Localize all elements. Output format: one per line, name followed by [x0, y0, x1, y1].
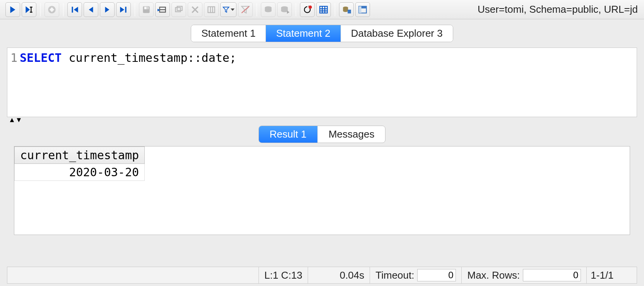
select-columns-button[interactable] — [204, 2, 219, 17]
refresh-warning-button[interactable] — [300, 2, 315, 17]
svg-rect-44 — [359, 6, 361, 13]
svg-rect-35 — [320, 6, 327, 13]
table-row[interactable]: 2020-03-20 — [15, 164, 145, 181]
svg-marker-8 — [74, 7, 78, 12]
svg-rect-41 — [348, 10, 351, 14]
delete-row-button[interactable] — [188, 2, 202, 17]
tab-database-explorer-3[interactable]: Database Explorer 3 — [341, 25, 453, 42]
run-at-cursor-button[interactable] — [22, 2, 36, 17]
prev-record-button[interactable] — [84, 2, 98, 17]
db-panel-button[interactable] — [355, 2, 370, 17]
svg-rect-12 — [125, 7, 126, 12]
svg-rect-14 — [144, 7, 149, 9]
svg-rect-7 — [72, 7, 73, 12]
main-toolbar: User=tomi, Schema=public, URL=jd — [0, 0, 644, 19]
svg-marker-26 — [223, 7, 229, 12]
db-tree-button[interactable] — [339, 2, 354, 17]
svg-point-34 — [308, 5, 312, 9]
svg-marker-10 — [105, 7, 110, 12]
next-record-button[interactable] — [100, 2, 115, 17]
filter-button[interactable] — [220, 2, 236, 17]
commit-button[interactable] — [261, 2, 276, 17]
split-handle[interactable]: ▲▼ — [9, 118, 644, 122]
statement-tabbar: Statement 1 Statement 2 Database Explore… — [0, 19, 644, 42]
column-header[interactable]: current_timestamp — [15, 147, 145, 164]
sql-editor[interactable]: 1 SELECT current_timestamp::date; — [7, 48, 637, 117]
svg-marker-11 — [120, 7, 124, 12]
svg-marker-1 — [26, 6, 30, 13]
table-cell[interactable]: 2020-03-20 — [15, 164, 145, 181]
tab-messages[interactable]: Messages — [318, 126, 385, 143]
editor-gutter: 1 — [7, 48, 18, 117]
stop-button[interactable] — [45, 2, 59, 17]
editor-content[interactable]: SELECT current_timestamp::date; — [18, 48, 637, 117]
svg-rect-23 — [208, 7, 214, 12]
result-tabbar: Result 1 Messages — [0, 122, 644, 143]
clear-filter-button[interactable] — [238, 2, 253, 17]
svg-marker-27 — [231, 9, 235, 11]
line-number: 1 — [7, 51, 17, 65]
timeout-input[interactable] — [417, 269, 456, 281]
tab-statement-1[interactable]: Statement 1 — [191, 25, 266, 42]
svg-rect-2 — [31, 7, 31, 12]
timeout-field: Timeout: — [370, 267, 462, 283]
maxrows-input[interactable] — [523, 269, 581, 281]
grid-options-button[interactable] — [316, 2, 331, 17]
copy-row-button[interactable] — [171, 2, 186, 17]
svg-marker-9 — [89, 7, 93, 12]
maxrows-label: Max. Rows: — [467, 269, 520, 281]
insert-row-button[interactable] — [155, 2, 170, 17]
first-record-button[interactable] — [67, 2, 82, 17]
rollback-button[interactable] — [277, 2, 292, 17]
row-range: 1-1/1 — [587, 269, 617, 281]
svg-marker-0 — [10, 6, 15, 13]
svg-rect-20 — [177, 6, 182, 10]
sql-rest: current_timestamp::date; — [62, 51, 236, 65]
timeout-label: Timeout: — [375, 269, 414, 281]
result-grid[interactable]: current_timestamp 2020-03-20 — [14, 146, 145, 181]
result-panel: current_timestamp 2020-03-20 — [14, 146, 630, 235]
cursor-position: L:1 C:13 — [259, 267, 308, 283]
table-header-row: current_timestamp — [15, 147, 145, 164]
svg-rect-4 — [30, 12, 33, 12]
maxrows-field: Max. Rows: — [462, 267, 587, 283]
execution-time: 0.04s — [308, 267, 370, 283]
svg-rect-3 — [30, 7, 33, 7]
save-results-button[interactable] — [139, 2, 154, 17]
svg-rect-19 — [175, 7, 180, 12]
connection-info: User=tomi, Schema=public, URL=jd — [478, 3, 642, 15]
last-record-button[interactable] — [116, 2, 131, 17]
status-bar: L:1 C:13 0.04s Timeout: Max. Rows: 1-1/1 — [7, 267, 637, 284]
svg-rect-15 — [147, 7, 147, 9]
run-button[interactable] — [5, 2, 20, 17]
svg-marker-32 — [287, 10, 290, 14]
tab-result-1[interactable]: Result 1 — [259, 126, 318, 143]
sql-keyword: SELECT — [20, 51, 62, 65]
tab-statement-2[interactable]: Statement 2 — [266, 25, 341, 42]
